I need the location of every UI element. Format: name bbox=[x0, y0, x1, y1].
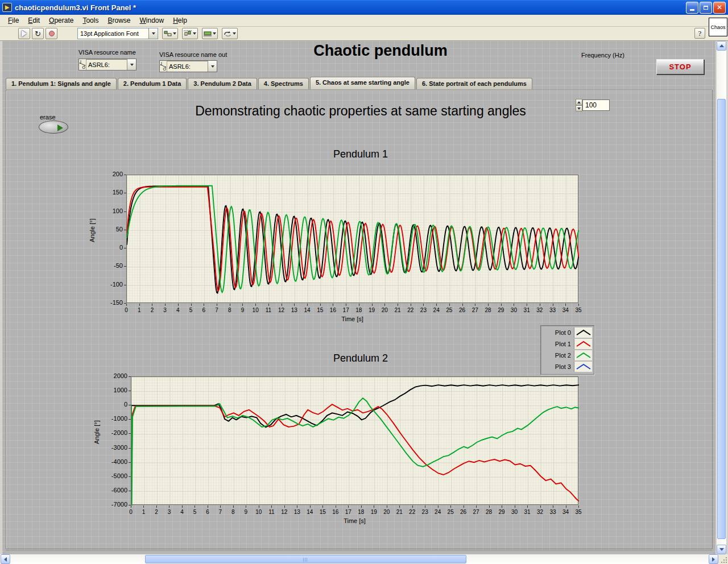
x-tick-mark bbox=[195, 505, 195, 508]
x-tick-mark bbox=[436, 304, 437, 306]
x-tick-label: 15 bbox=[316, 509, 329, 515]
erase-toggle[interactable] bbox=[39, 121, 68, 134]
vi-icon-pane[interactable]: Chaos bbox=[709, 18, 727, 36]
x-axis-label: Time [s] bbox=[126, 316, 578, 322]
x-tick-label: 22 bbox=[406, 509, 419, 515]
x-tick-label: 5 bbox=[188, 509, 201, 515]
minimize-button[interactable] bbox=[686, 2, 698, 14]
menu-help[interactable]: Help bbox=[168, 15, 192, 26]
abort-button[interactable] bbox=[46, 28, 57, 39]
visa-in-value: ASRL6: bbox=[86, 61, 127, 68]
visa-out-arrow[interactable] bbox=[208, 61, 217, 72]
legend-sample-plot0 bbox=[574, 327, 592, 338]
legend-row-plot1[interactable]: Plot 1 bbox=[543, 338, 592, 350]
tab-5-chaos-at-same-starting-angle[interactable]: 5. Chaos at same starting angle bbox=[310, 77, 415, 89]
reorder-objects-dropdown[interactable] bbox=[222, 28, 238, 39]
legend-row-plot0[interactable]: Plot 0 bbox=[543, 327, 592, 338]
x-axis-label: Time [s] bbox=[131, 517, 578, 524]
legend-row-plot2[interactable]: Plot 2 bbox=[543, 350, 592, 361]
x-tick-label: 1 bbox=[133, 307, 146, 313]
x-tick-label: 30 bbox=[507, 307, 520, 313]
scroll-down-button[interactable] bbox=[717, 545, 726, 554]
font-selector-arrow[interactable] bbox=[148, 28, 158, 39]
scroll-down-icon bbox=[719, 548, 724, 551]
x-tick-mark bbox=[514, 304, 514, 306]
menu-browse[interactable]: Browse bbox=[103, 15, 135, 26]
x-tick-label: 14 bbox=[304, 509, 316, 515]
scroll-left-icon bbox=[4, 557, 7, 562]
vi-icon-pane-label: Chaos bbox=[710, 24, 725, 30]
x-tick-mark bbox=[310, 505, 311, 508]
scroll-left-button[interactable] bbox=[1, 554, 10, 564]
scroll-up-button[interactable] bbox=[717, 41, 726, 51]
x-tick-mark bbox=[540, 505, 541, 508]
menu-tools[interactable]: Tools bbox=[78, 15, 103, 26]
app-title: Chaotic pendulum bbox=[235, 42, 526, 60]
series-plot-2 bbox=[127, 186, 579, 293]
tab-6-state-portrait[interactable]: 6. State portrait of each pendulums bbox=[416, 78, 532, 89]
x-tick-label: 0 bbox=[125, 509, 137, 515]
resize-grip[interactable] bbox=[718, 554, 728, 564]
x-tick-mark bbox=[566, 505, 566, 508]
tab-1-pendulum1-signals-and-angle[interactable]: 1. Pendulum 1: Signals and angle bbox=[6, 78, 117, 89]
y-tick-label: -5000 bbox=[104, 472, 127, 479]
x-tick-mark bbox=[423, 304, 424, 306]
x-tick-label: 35 bbox=[572, 307, 585, 313]
x-tick-mark bbox=[501, 304, 502, 306]
title-bar[interactable]: ▶ chaoticpendulum3.vi Front Panel * ✕ bbox=[0, 0, 728, 15]
stop-button[interactable]: STOP bbox=[656, 59, 704, 74]
menu-edit[interactable]: Edit bbox=[23, 15, 44, 26]
horizontal-scroll-thumb[interactable] bbox=[145, 555, 466, 563]
visa-in-combo[interactable]: IO ASRL6: bbox=[78, 59, 136, 70]
horizontal-scrollbar[interactable] bbox=[0, 554, 718, 564]
x-tick-mark bbox=[348, 505, 349, 508]
y-tick-label: 200 bbox=[99, 171, 123, 177]
restore-button[interactable] bbox=[700, 2, 712, 14]
tab-3-pendulum2-data[interactable]: 3. Pendulum 2 Data bbox=[188, 78, 257, 89]
visa-in-arrow[interactable] bbox=[127, 59, 136, 70]
vertical-scrollbar[interactable] bbox=[717, 41, 726, 554]
scroll-right-button[interactable] bbox=[709, 554, 718, 564]
tab-4-spectrums[interactable]: 4. Spectrums bbox=[258, 78, 309, 89]
x-tick-label: 24 bbox=[430, 307, 442, 313]
x-tick-label: 28 bbox=[482, 307, 494, 313]
run-button[interactable] bbox=[18, 28, 30, 39]
x-tick-label: 29 bbox=[495, 509, 508, 515]
visa-out-label: VISA resource name out bbox=[159, 51, 227, 58]
x-tick-mark bbox=[425, 505, 425, 508]
legend-sample-plot3 bbox=[574, 362, 592, 372]
visa-out-combo[interactable]: IO ASRL6: bbox=[159, 60, 217, 72]
legend-row-plot3[interactable]: Plot 3 bbox=[543, 361, 592, 372]
resize-objects-dropdown[interactable] bbox=[202, 28, 218, 39]
reorder-objects-icon bbox=[224, 30, 231, 37]
x-tick-label: 12 bbox=[278, 509, 291, 515]
x-tick-mark bbox=[553, 304, 553, 306]
x-tick-label: 11 bbox=[262, 307, 275, 313]
x-tick-label: 6 bbox=[197, 307, 210, 313]
x-tick-label: 21 bbox=[391, 307, 404, 313]
distribute-objects-dropdown[interactable] bbox=[182, 28, 198, 39]
font-selector[interactable]: 13pt Application Font bbox=[77, 28, 158, 39]
x-tick-label: 1 bbox=[137, 509, 150, 515]
tab-2-pendulum1-data[interactable]: 2. Pendulum 1 Data bbox=[118, 78, 187, 89]
x-tick-label: 22 bbox=[404, 307, 417, 313]
x-tick-mark bbox=[475, 304, 475, 306]
run-continuous-button[interactable]: ↻ bbox=[32, 28, 44, 39]
y-tick-label: -150 bbox=[99, 299, 123, 306]
context-help-button[interactable]: ? bbox=[694, 28, 705, 39]
x-tick-mark bbox=[464, 505, 464, 508]
close-button[interactable]: ✕ bbox=[713, 2, 726, 14]
x-tick-mark bbox=[336, 505, 336, 508]
menu-window[interactable]: Window bbox=[135, 15, 168, 26]
vertical-scroll-thumb[interactable] bbox=[717, 99, 726, 539]
labview-window: ▶ chaoticpendulum3.vi Front Panel * ✕ Fi… bbox=[0, 0, 728, 564]
x-tick-mark bbox=[271, 505, 272, 508]
x-tick-mark bbox=[372, 304, 373, 306]
io-icon: IO bbox=[160, 61, 167, 72]
menu-file[interactable]: File bbox=[3, 15, 23, 26]
menu-operate[interactable]: Operate bbox=[44, 15, 78, 26]
visa-out-value: ASRL6: bbox=[167, 63, 208, 70]
align-objects-dropdown[interactable] bbox=[162, 28, 178, 39]
x-tick-label: 3 bbox=[163, 509, 175, 515]
x-tick-mark bbox=[449, 304, 450, 306]
